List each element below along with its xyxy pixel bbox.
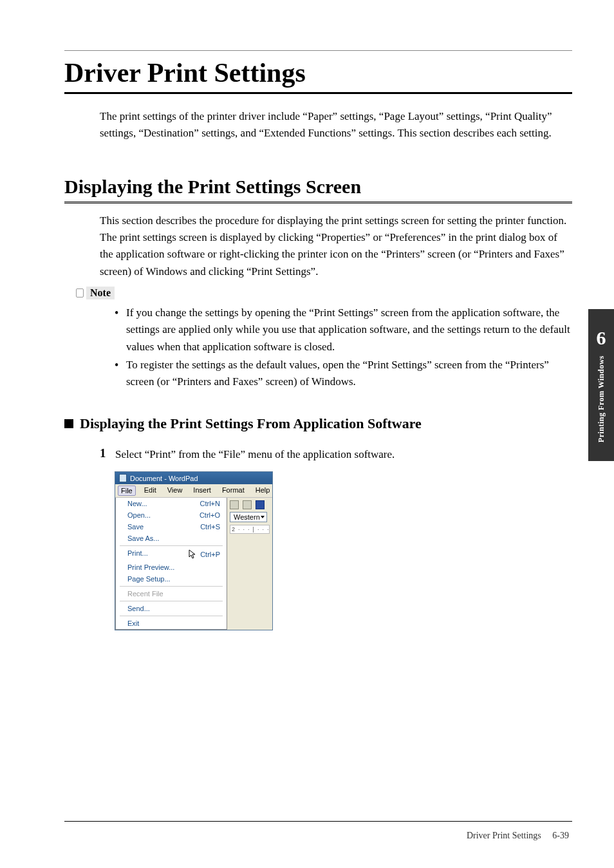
- chapter-side-tab: 6 Printing From Windows: [588, 309, 614, 461]
- menu-separator: [120, 616, 223, 616]
- footer-rule: [64, 821, 572, 822]
- note-bullet-list: If you change the settings by opening th…: [115, 305, 572, 391]
- menu-item-save-as[interactable]: Save As...: [116, 533, 227, 544]
- toolbar-icon[interactable]: [256, 500, 265, 509]
- chapter-label: Printing From Windows: [597, 355, 606, 442]
- menu-item-label: Save: [127, 523, 144, 531]
- menu-separator: [120, 545, 223, 546]
- ruler-tick: |: [253, 526, 254, 533]
- menu-item-label: Save As...: [127, 534, 160, 542]
- toolbar-select[interactable]: Western: [230, 512, 267, 522]
- menu-item-print[interactable]: Print... Ctrl+P: [116, 547, 227, 561]
- step-1: 1 Select “Print” from the “File” menu of…: [100, 446, 572, 463]
- footer-page-number: 6-39: [552, 831, 569, 840]
- menu-item-label: Open...: [127, 511, 151, 519]
- ruler-tick: ·: [248, 526, 250, 533]
- subsection-marker-icon: [64, 419, 73, 428]
- toolbar-icon[interactable]: [243, 500, 252, 509]
- chapter-number: 6: [597, 327, 606, 349]
- menu-item-label: Print Preview...: [127, 563, 174, 571]
- menu-item-label: New...: [127, 500, 147, 507]
- note-label-text: Note: [86, 287, 115, 299]
- menu-item-new[interactable]: New... Ctrl+N: [116, 498, 227, 509]
- menu-item-save[interactable]: Save Ctrl+S: [116, 521, 227, 533]
- page-title: Driver Print Settings: [64, 50, 572, 94]
- inset-screenshot: Document - WordPad File Edit View Insert…: [115, 471, 572, 630]
- note-bullet-2: To register the settings as the default …: [115, 357, 572, 391]
- menu-item-shortcut: Ctrl+O: [200, 511, 220, 519]
- menu-edit[interactable]: Edit: [142, 486, 159, 496]
- menu-item-label: Print...: [127, 549, 148, 560]
- footer-title: Driver Print Settings: [467, 831, 541, 840]
- menu-item-label: Send...: [127, 605, 150, 612]
- step-text: Select “Print” from the “File” menu of t…: [115, 446, 395, 463]
- wordpad-window: Document - WordPad File Edit View Insert…: [115, 471, 273, 630]
- menu-item-label: Recent File: [127, 590, 163, 598]
- menu-separator: [120, 601, 223, 601]
- menu-format[interactable]: Format: [219, 486, 247, 496]
- ruler-tick: ·: [267, 526, 269, 533]
- menu-item-recent-file: Recent File: [116, 588, 227, 599]
- menu-file[interactable]: File: [118, 486, 136, 496]
- ruler-tick: ·: [257, 526, 259, 533]
- wordpad-right-pane: Western 2 · · · | · · ·: [227, 498, 272, 630]
- ruler: 2 · · · | · · ·: [230, 525, 270, 534]
- menu-view[interactable]: View: [165, 486, 185, 496]
- subsection-title-text: Displaying the Print Settings From Appli…: [80, 415, 422, 432]
- menu-item-shortcut: Ctrl+P: [200, 551, 220, 558]
- file-menu-dropdown: New... Ctrl+N Open... Ctrl+O Save Ctrl+S…: [115, 498, 227, 630]
- section-body: This section describes the procedure for…: [100, 212, 572, 280]
- wordpad-titlebar: Document - WordPad: [115, 472, 272, 484]
- intro-text: The print settings of the printer driver…: [100, 108, 572, 142]
- step-number: 1: [100, 446, 109, 460]
- menu-item-send[interactable]: Send...: [116, 603, 227, 614]
- note-label: Note: [76, 287, 572, 299]
- ruler-tick: ·: [243, 526, 245, 533]
- wordpad-menubar[interactable]: File Edit View Insert Format Help: [115, 484, 272, 498]
- menu-item-shortcut: Ctrl+S: [200, 523, 220, 531]
- note-icon: [76, 288, 84, 297]
- menu-item-label: Page Setup...: [127, 575, 171, 583]
- menu-item-exit[interactable]: Exit: [116, 618, 227, 629]
- menu-item-label: Exit: [127, 619, 139, 627]
- ruler-marker: 2: [232, 526, 235, 533]
- wordpad-title-icon: [119, 474, 127, 482]
- cursor-icon: [189, 549, 196, 560]
- wordpad-title-text: Document - WordPad: [130, 475, 198, 482]
- note-bullet-1: If you change the settings by opening th…: [115, 305, 572, 355]
- menu-insert[interactable]: Insert: [191, 486, 214, 496]
- menu-separator: [120, 586, 223, 587]
- ruler-tick: ·: [238, 526, 240, 533]
- section-heading: Displaying the Print Settings Screen: [64, 176, 572, 203]
- menu-item-open[interactable]: Open... Ctrl+O: [116, 509, 227, 521]
- page-footer: Driver Print Settings 6-39: [467, 831, 569, 841]
- menu-help[interactable]: Help: [253, 486, 273, 496]
- ruler-tick: ·: [262, 526, 264, 533]
- subsection-heading: Displaying the Print Settings From Appli…: [64, 415, 572, 432]
- menu-item-page-setup[interactable]: Page Setup...: [116, 573, 227, 585]
- toolbar-icon[interactable]: [230, 500, 239, 509]
- select-value: Western: [234, 513, 260, 521]
- menu-item-print-preview[interactable]: Print Preview...: [116, 561, 227, 573]
- menu-item-shortcut: Ctrl+N: [200, 500, 220, 507]
